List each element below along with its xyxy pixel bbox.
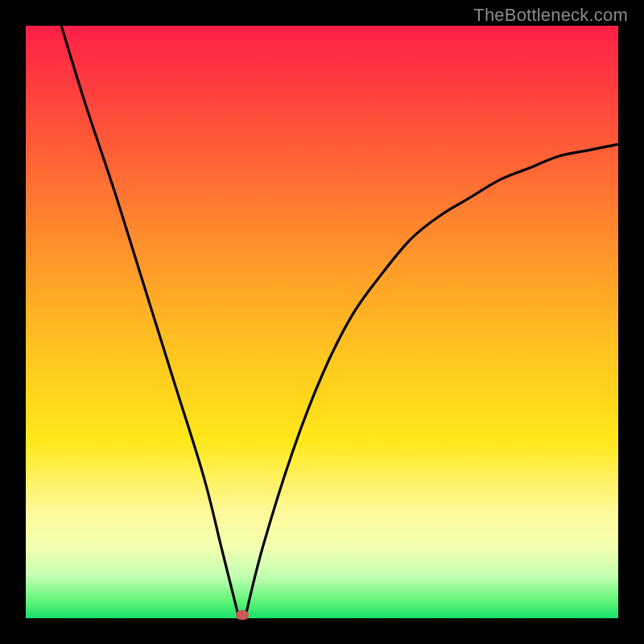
curve-right-branch <box>245 144 618 618</box>
plot-area <box>26 26 618 618</box>
chart-frame: TheBottleneck.com <box>0 0 644 644</box>
optimum-marker <box>236 610 249 620</box>
curve-left-branch <box>61 26 239 618</box>
watermark-text: TheBottleneck.com <box>473 5 628 26</box>
bottleneck-curve <box>26 26 618 618</box>
